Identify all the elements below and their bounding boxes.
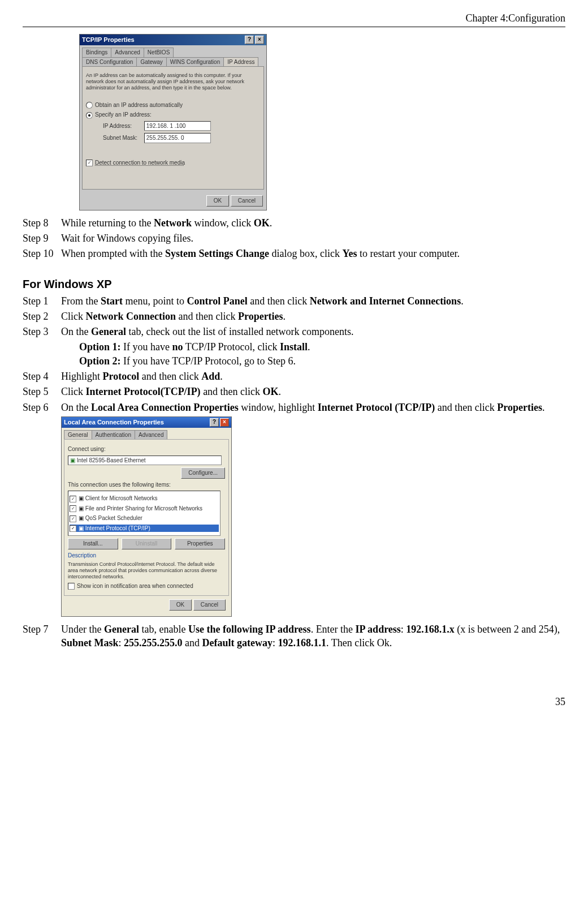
help-icon[interactable]: ? [210, 418, 219, 427]
step-text: Click Network Connection and then click … [61, 310, 565, 323]
step-label: Step 9 [23, 231, 61, 245]
step-text: On the General tab, check out the list o… [61, 325, 565, 338]
label-ip: IP Address: [103, 122, 142, 130]
label-description: Description [68, 552, 225, 560]
steps-block-xp: Step 1 From the Start menu, point to Con… [23, 294, 565, 414]
tab-auth[interactable]: Authentication [92, 430, 135, 440]
dialog-titlebar: TCP/IP Properties ? × [80, 35, 266, 45]
tab-advanced[interactable]: Advanced [135, 430, 167, 440]
list-item-selected[interactable]: Internet Protocol (TCP/IP) [85, 525, 150, 531]
label-specify-ip: Specify an IP address: [95, 111, 152, 118]
tcpip-properties-dialog: TCP/IP Properties ? × Bindings Advanced … [79, 34, 565, 210]
step-label: Step 4 [23, 370, 61, 383]
component-list[interactable]: ✓▣ Client for Microsoft Networks ✓▣ File… [68, 491, 220, 536]
radio-auto-ip[interactable] [86, 102, 93, 109]
cancel-button[interactable]: Cancel [193, 599, 226, 611]
description-text: Transmission Control Protocol/Internet P… [68, 561, 225, 579]
input-mask[interactable]: 255.255.255. 0 [144, 133, 211, 143]
configure-button[interactable]: Configure... [181, 467, 225, 479]
tab-gateway[interactable]: Gateway [136, 57, 166, 67]
label-auto-ip: Obtain an IP address automatically [95, 102, 183, 108]
nic-field: ▣ Intel 82595-Based Ethernet [68, 456, 222, 466]
step-text: Click Internet Protocol(TCP/IP) and then… [61, 385, 565, 398]
label-mask: Subnet Mask: [103, 134, 142, 142]
step-label: Step 7 [23, 622, 61, 650]
list-item[interactable]: Client for Microsoft Networks [85, 495, 158, 501]
section-heading: For Windows XP [23, 277, 565, 292]
tab-netbios[interactable]: NetBIOS [144, 48, 174, 57]
label-detect: Detect connection to network media [95, 160, 185, 166]
tab-bindings[interactable]: Bindings [82, 48, 111, 57]
step-label: Step 6 [23, 401, 61, 414]
checkbox-show-icon[interactable] [68, 583, 75, 590]
step-label: Step 2 [23, 310, 61, 323]
ok-button[interactable]: OK [206, 195, 229, 207]
step-text: From the Start menu, point to Control Pa… [61, 294, 565, 308]
dialog-titlebar: Local Area Connection Properties ? × [62, 417, 231, 428]
label-uses: This connection uses the following items… [68, 481, 225, 489]
page-number: 35 [23, 695, 565, 708]
uninstall-button[interactable]: Uninstall [122, 538, 172, 549]
tab-general[interactable]: General [64, 430, 92, 440]
checkbox-detect[interactable]: ✓ [86, 160, 93, 166]
lan-properties-dialog: Local Area Connection Properties ? × Gen… [61, 416, 565, 617]
tab-ipaddress[interactable]: IP Address [223, 57, 258, 67]
chapter-title: Chapter 4:Configuration [466, 12, 565, 24]
step-label: Step 3 [23, 325, 61, 338]
dialog-desc: An IP address can be automatically assig… [86, 72, 260, 91]
properties-button[interactable]: Properties [175, 538, 225, 549]
help-icon[interactable]: ? [245, 36, 254, 44]
step-label: Step 5 [23, 385, 61, 398]
cancel-button[interactable]: Cancel [231, 195, 263, 207]
step-label: Step 8 [23, 216, 61, 230]
step-text: On the Local Area Connection Properties … [61, 401, 565, 414]
steps-block-a: Step 8 While returning to the Network wi… [23, 216, 565, 261]
step-label: Step 10 [23, 247, 61, 260]
close-icon[interactable]: × [220, 418, 229, 427]
step-label: Step 1 [23, 294, 61, 308]
label-connect-using: Connect using: [68, 445, 225, 453]
step-text: When prompted with the System Settings C… [61, 247, 565, 260]
close-icon[interactable]: × [255, 36, 264, 44]
label-show-icon: Show icon in notification area when conn… [77, 583, 193, 589]
ok-button[interactable]: OK [169, 599, 192, 611]
step-text: Under the General tab, enable Use the fo… [61, 622, 565, 650]
step-text: While returning to the Network window, c… [61, 216, 565, 230]
radio-specify-ip[interactable] [86, 112, 93, 119]
dialog-title: Local Area Connection Properties [64, 418, 164, 427]
tab-advanced[interactable]: Advanced [111, 48, 144, 57]
input-ip[interactable]: 192.168. 1 .100 [144, 121, 211, 131]
option-line: Option 2: If you have TCP/IP Protocol, g… [79, 354, 565, 368]
step-text: Highlight Protocol and then click Add. [61, 370, 565, 383]
step-text: Wait for Windows copying files. [61, 231, 565, 245]
dialog-title: TCP/IP Properties [82, 36, 135, 44]
page-header: Chapter 4:Configuration [23, 11, 565, 27]
option-line: Option 1: If you have no TCP/IP Protocol… [79, 340, 565, 354]
tab-dns[interactable]: DNS Configuration [82, 57, 137, 67]
list-item[interactable]: File and Printer Sharing for Microsoft N… [85, 505, 202, 512]
tab-wins[interactable]: WINS Configuration [166, 57, 224, 67]
install-button[interactable]: Install... [68, 538, 118, 549]
list-item[interactable]: QoS Packet Scheduler [85, 515, 142, 521]
